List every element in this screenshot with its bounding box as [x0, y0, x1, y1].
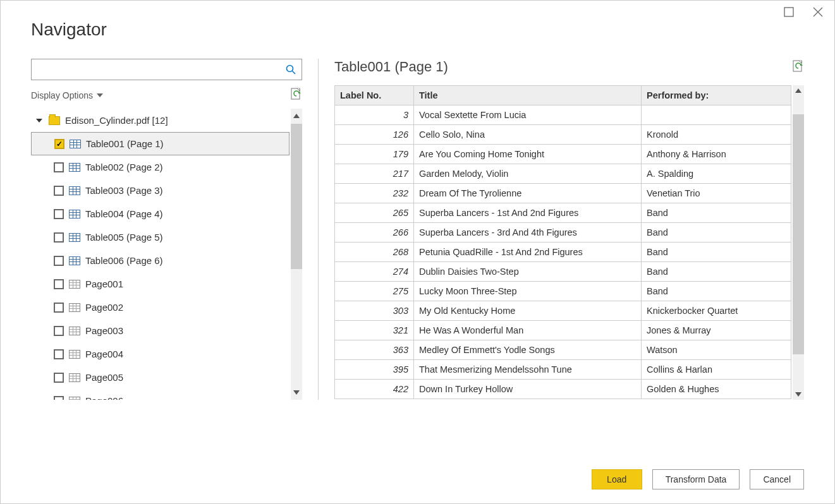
- tree-file-label: Edison_Cylinder.pdf [12]: [65, 115, 168, 126]
- maximize-icon[interactable]: [784, 7, 794, 17]
- search-box[interactable]: [31, 59, 302, 80]
- table-icon: [69, 186, 80, 195]
- tree-item-label: Page003: [85, 325, 123, 336]
- tree-item[interactable]: Page006: [31, 389, 290, 400]
- tree-item[interactable]: Table003 (Page 3): [31, 179, 290, 202]
- svg-marker-15: [795, 392, 801, 397]
- scroll-down-icon[interactable]: [293, 386, 300, 400]
- cell-label-no: 321: [335, 321, 414, 340]
- table-row[interactable]: 3Vocal Sextette From Lucia: [335, 105, 791, 125]
- search-icon[interactable]: [280, 64, 302, 75]
- preview-title: Table001 (Page 1): [334, 59, 448, 75]
- table-row[interactable]: 217Garden Melody, ViolinA. Spalding: [335, 164, 791, 184]
- table-row[interactable]: 395That Mesmerizing Mendelssohn TuneColl…: [335, 360, 791, 380]
- tree-item[interactable]: Page003: [31, 319, 290, 342]
- tree-file-node[interactable]: Edison_Cylinder.pdf [12]: [31, 109, 290, 132]
- tree-item[interactable]: Page004: [31, 342, 290, 366]
- table-row[interactable]: 321He Was A Wonderful ManJones & Murray: [335, 321, 791, 340]
- display-options-dropdown[interactable]: Display Options: [31, 90, 103, 100]
- page-icon: [69, 373, 80, 382]
- tree-item-label: Table002 (Page 2): [85, 162, 163, 172]
- cell-title: He Was A Wonderful Man: [414, 321, 642, 340]
- tree-scrollbar[interactable]: [291, 109, 302, 400]
- table-row[interactable]: 268Petunia QuadRille - 1st And 2nd Figur…: [335, 243, 791, 262]
- refresh-preview-icon[interactable]: [793, 60, 804, 75]
- tree-item-label: Page006: [85, 395, 123, 400]
- table-header-row: Label No. Title Performed by:: [335, 86, 791, 105]
- tree-item[interactable]: Page001: [31, 272, 290, 296]
- cancel-button[interactable]: Cancel: [750, 469, 804, 489]
- load-button[interactable]: Load: [592, 469, 642, 489]
- table-row[interactable]: 266Superba Lancers - 3rd And 4th Figures…: [335, 223, 791, 243]
- tree-item-checkbox[interactable]: [54, 186, 64, 196]
- table-row[interactable]: 126Cello Solo, NinaKronold: [335, 125, 791, 145]
- cell-performed-by: A. Spalding: [642, 164, 791, 184]
- refresh-preview-left-icon[interactable]: [291, 88, 302, 102]
- tree-item-label: Page004: [85, 349, 123, 359]
- tree-item-checkbox[interactable]: [54, 279, 64, 289]
- tree-item-label: Page005: [85, 372, 123, 383]
- table-row[interactable]: 274Dublin Daisies Two-StepBand: [335, 262, 791, 282]
- tree-item-checkbox[interactable]: [54, 349, 64, 359]
- table-row[interactable]: 363Medley Of Emmett's Yodle SongsWatson: [335, 340, 791, 360]
- expand-caret-icon[interactable]: [36, 119, 42, 123]
- cell-label-no: 363: [335, 340, 414, 360]
- tree-item[interactable]: Table005 (Page 5): [31, 225, 290, 249]
- svg-marker-5: [97, 93, 103, 97]
- table-row[interactable]: 303My Old Kentucky HomeKnickerbocker Qua…: [335, 301, 791, 321]
- scroll-down-icon[interactable]: [795, 390, 802, 400]
- cell-performed-by: Band: [642, 203, 791, 223]
- cell-performed-by: Golden & Hughes: [642, 380, 791, 399]
- scroll-up-icon[interactable]: [293, 109, 300, 123]
- tree-item-checkbox[interactable]: [54, 162, 64, 172]
- transform-data-button[interactable]: Transform Data: [652, 469, 740, 489]
- cell-title: Dublin Daisies Two-Step: [414, 262, 642, 282]
- table-row[interactable]: 275Lucky Moon Three-StepBand: [335, 282, 791, 301]
- tree-item[interactable]: Table004 (Page 4): [31, 202, 290, 225]
- page-icon: [69, 303, 80, 312]
- folder-icon: [49, 116, 60, 125]
- tree-item-checkbox[interactable]: [54, 303, 64, 313]
- navigator-window: Navigator Display Options: [0, 0, 835, 504]
- scroll-up-icon[interactable]: [795, 85, 802, 95]
- preview-table: Label No. Title Performed by: 3Vocal Sex…: [334, 85, 791, 399]
- column-header-performedby[interactable]: Performed by:: [642, 86, 791, 105]
- table-row[interactable]: 422Down In Turkey HollowGolden & Hughes: [335, 380, 791, 399]
- tree-item-checkbox[interactable]: [54, 256, 64, 266]
- tree-item-checkbox[interactable]: [54, 139, 64, 149]
- tree-item[interactable]: Page002: [31, 296, 290, 319]
- table-row[interactable]: 232Dream Of The TyrolienneVenetian Trio: [335, 184, 791, 203]
- tree-item-label: Page001: [85, 279, 123, 289]
- cell-title: Superba Lancers - 1st And 2nd Figures: [414, 203, 642, 223]
- tree-item-checkbox[interactable]: [54, 209, 64, 219]
- tree-item-label: Table006 (Page 6): [85, 255, 163, 266]
- table-row[interactable]: 265Superba Lancers - 1st And 2nd Figures…: [335, 203, 791, 223]
- cell-label-no: 422: [335, 380, 414, 399]
- tree-item-checkbox[interactable]: [54, 373, 64, 383]
- tree-item[interactable]: Page005: [31, 366, 290, 389]
- cell-label-no: 3: [335, 105, 414, 125]
- scroll-thumb[interactable]: [291, 124, 302, 269]
- search-input[interactable]: [32, 64, 280, 75]
- tree-item[interactable]: Table006 (Page 6): [31, 249, 290, 272]
- cell-label-no: 395: [335, 360, 414, 380]
- tree-item-checkbox[interactable]: [54, 232, 64, 243]
- preview-vscrollbar[interactable]: [793, 85, 804, 400]
- cell-label-no: 274: [335, 262, 414, 282]
- tree-item-checkbox[interactable]: [54, 326, 64, 336]
- table-row[interactable]: 179Are You Coming Home TonightAnthony & …: [335, 145, 791, 164]
- tree-item[interactable]: Table001 (Page 1): [31, 132, 290, 155]
- close-icon[interactable]: [813, 7, 823, 17]
- nav-left-pane: Display Options Edison_Cylinder.pdf [12]…: [31, 59, 319, 400]
- svg-marker-9: [293, 390, 300, 395]
- cell-label-no: 217: [335, 164, 414, 184]
- tree-item-checkbox[interactable]: [54, 396, 64, 400]
- titlebar-controls: [784, 7, 823, 17]
- column-header-labelno[interactable]: Label No.: [335, 86, 414, 105]
- tree-item-label: Table005 (Page 5): [85, 232, 163, 243]
- cell-performed-by: Band: [642, 262, 791, 282]
- scroll-thumb[interactable]: [793, 114, 804, 354]
- column-header-title[interactable]: Title: [414, 86, 642, 105]
- tree-item[interactable]: Table002 (Page 2): [31, 155, 290, 179]
- footer-buttons: Load Transform Data Cancel: [592, 469, 804, 489]
